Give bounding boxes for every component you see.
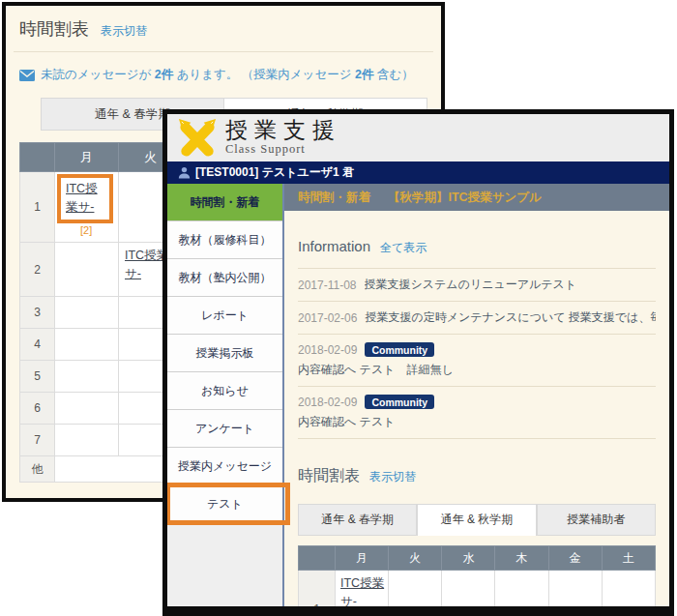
sidebar-item-materials-public[interactable]: 教材（塾内公開） bbox=[167, 259, 282, 297]
sidebar-item-notices[interactable]: お知らせ bbox=[167, 372, 282, 410]
period-label: 6 bbox=[20, 393, 55, 425]
news-date: 2018-02-09 bbox=[298, 343, 357, 357]
news-date: 2017-02-06 bbox=[298, 311, 357, 325]
sidebar-item-class-messages[interactable]: 授業内メッセージ bbox=[167, 448, 282, 485]
annotation-highlight: ITC授業サ- bbox=[57, 174, 113, 223]
corner-cell bbox=[299, 546, 336, 571]
mail-icon bbox=[19, 70, 35, 81]
news-body[interactable]: 内容確認へ テスト bbox=[298, 414, 656, 430]
course-link[interactable]: ITC授業サ- bbox=[340, 574, 386, 606]
app-subtitle: Class Support bbox=[225, 142, 341, 157]
news-item[interactable]: 2017-11-08 授業支援システムのリニューアルテスト bbox=[298, 269, 656, 302]
news-title[interactable]: 授業支援の定時メンテナンスについて 授業支援では、毎日 午前 5:... bbox=[365, 309, 656, 326]
notice-text: 未読のメッセージが 2件 あります。 （授業内メッセージ 2件 含む） bbox=[41, 67, 414, 83]
community-badge: Community bbox=[365, 342, 434, 357]
period-label: 1 bbox=[20, 172, 55, 243]
corner-cell bbox=[20, 143, 55, 172]
period-label: 5 bbox=[20, 361, 55, 393]
sidebar-item-report[interactable]: レポート bbox=[167, 297, 282, 335]
logo-text-block: 授業支援 Class Support bbox=[225, 119, 341, 157]
news-date: 2018-02-09 bbox=[298, 396, 357, 409]
tab-class-assistant[interactable]: 授業補助者 bbox=[537, 504, 656, 536]
window-body: 時間割・新着 教材（履修科目） 教材（塾内公開） レポート 授業掲示板 お知らせ… bbox=[167, 184, 669, 606]
display-toggle-link[interactable]: 表示切替 bbox=[369, 469, 416, 485]
sidebar-item-test[interactable]: テスト bbox=[167, 485, 282, 523]
day-header: 火 bbox=[389, 546, 442, 571]
content-scroll-area: Information 全て表示 2017-11-08 授業支援システムのリニュ… bbox=[284, 211, 669, 606]
news-item[interactable]: 2018-02-09 Community 内容確認へ テスト 詳細無し bbox=[298, 335, 656, 387]
sidebar-nav: 時間割・新着 教材（履修科目） 教材（塾内公開） レポート 授業掲示板 お知らせ… bbox=[167, 184, 284, 606]
period-label: 2 bbox=[20, 243, 55, 297]
timetable-cell bbox=[55, 243, 119, 297]
breadcrumb-course[interactable]: 【秋学期】ITC授業サンプル bbox=[388, 190, 542, 206]
front-timetable: 月 火 水 木 金 土 1 ITC授業サ- bbox=[298, 545, 656, 606]
news-date: 2017-11-08 bbox=[298, 279, 357, 292]
timetable-title: 時間割表 bbox=[19, 17, 89, 41]
day-header: 土 bbox=[602, 546, 655, 571]
news-item[interactable]: 2018-02-09 Community 内容確認へ テスト bbox=[298, 387, 656, 439]
timetable-heading: 時間割表 bbox=[298, 466, 360, 486]
information-heading: Information bbox=[298, 238, 370, 254]
period-label: 4 bbox=[20, 329, 55, 361]
divider bbox=[14, 51, 433, 52]
user-bar: [TEST0001] テストユーザ1 君 bbox=[167, 161, 669, 184]
timetable-cell-mon-1: ITC授業サ- bbox=[336, 571, 389, 607]
period-label: 3 bbox=[20, 297, 55, 329]
breadcrumb-current[interactable]: 時間割・新着 bbox=[298, 190, 370, 206]
timetable-cell-mon-1: ITC授業サ- [2] bbox=[55, 172, 119, 243]
sidebar-item-materials-enrolled[interactable]: 教材（履修科目） bbox=[167, 221, 282, 259]
news-title[interactable]: 授業支援システムのリニューアルテスト bbox=[365, 277, 577, 293]
sidebar-item-timetable-news[interactable]: 時間割・新着 bbox=[167, 184, 282, 221]
period-label: 1 bbox=[299, 571, 336, 607]
user-name-label: [TEST0001] テストユーザ1 君 bbox=[195, 164, 354, 181]
tab-fall-semester[interactable]: 通年 & 秋学期 bbox=[417, 504, 536, 536]
day-header: 木 bbox=[495, 546, 548, 571]
table-header-row: 月 火 水 木 金 土 bbox=[299, 546, 656, 571]
sidebar-item-survey[interactable]: アンケート bbox=[167, 410, 282, 448]
person-icon bbox=[178, 166, 191, 179]
main-content: 時間割・新着 【秋学期】ITC授業サンプル Information 全て表示 2… bbox=[284, 184, 669, 606]
news-item[interactable]: 2017-02-06 授業支援の定時メンテナンスについて 授業支援では、毎日 午… bbox=[298, 302, 656, 335]
unread-count-badge[interactable]: [2] bbox=[80, 224, 116, 236]
display-toggle-link[interactable]: 表示切替 bbox=[101, 23, 147, 40]
day-header: 金 bbox=[548, 546, 602, 571]
app-title: 授業支援 bbox=[225, 119, 341, 142]
community-badge: Community bbox=[365, 395, 434, 409]
class-support-window: 授業支援 Class Support [TEST0001] テストユーザ1 君 … bbox=[162, 109, 674, 616]
timetable-heading-row: 時間割表 表示切替 bbox=[298, 466, 656, 486]
sidebar-item-class-board[interactable]: 授業掲示板 bbox=[167, 335, 282, 372]
breadcrumb: 時間割・新着 【秋学期】ITC授業サンプル bbox=[284, 184, 669, 211]
day-header: 水 bbox=[442, 546, 495, 571]
period-label: 7 bbox=[20, 425, 55, 456]
app-header: 授業支援 Class Support bbox=[167, 114, 669, 161]
semester-tabs: 通年 & 春学期 通年 & 秋学期 授業補助者 bbox=[298, 504, 656, 536]
news-list: 2017-11-08 授業支援システムのリニューアルテスト 2017-02-06… bbox=[298, 268, 656, 439]
unread-message-notice[interactable]: 未読のメッセージが 2件 あります。 （授業内メッセージ 2件 含む） bbox=[19, 67, 427, 83]
crossed-pens-logo-icon bbox=[176, 119, 219, 158]
day-header: 月 bbox=[55, 143, 119, 172]
information-heading-row: Information 全て表示 bbox=[298, 238, 656, 256]
period-label: 他 bbox=[20, 456, 55, 483]
table-row: 1 ITC授業サ- bbox=[299, 571, 656, 607]
news-body[interactable]: 内容確認へ テスト 詳細無し bbox=[298, 362, 656, 378]
view-all-link[interactable]: 全て表示 bbox=[380, 240, 427, 256]
course-link[interactable]: ITC授業サ- bbox=[66, 180, 104, 218]
tab-spring-semester[interactable]: 通年 & 春学期 bbox=[298, 504, 417, 536]
back-title-row: 時間割表 表示切替 bbox=[19, 17, 427, 41]
day-header: 月 bbox=[336, 546, 389, 571]
